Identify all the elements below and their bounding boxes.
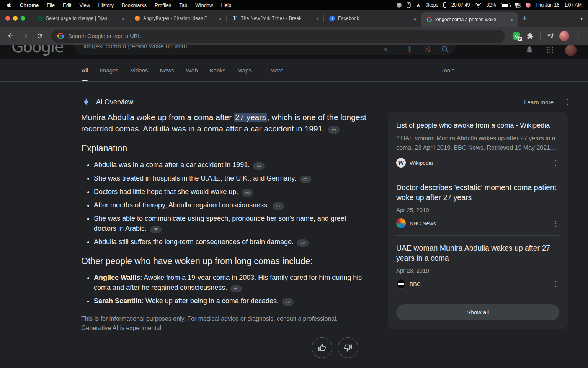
- mouse-icon[interactable]: [407, 2, 411, 8]
- menu-item-window[interactable]: Window: [195, 2, 213, 8]
- tab-title: Select page to change | Djan: [46, 16, 118, 21]
- source-title[interactable]: Doctor describes 'ecstatic' moment coma …: [396, 182, 559, 202]
- browser-menu-icon[interactable]: ⋮: [572, 30, 584, 42]
- close-window-button[interactable]: [5, 16, 10, 21]
- tab-close-icon[interactable]: ×: [510, 17, 514, 23]
- tab-maps[interactable]: Maps: [237, 59, 252, 81]
- citation-link-icon[interactable]: [150, 226, 162, 233]
- tab-web[interactable]: Web: [186, 59, 198, 81]
- address-bar[interactable]: Search Google or type a URL: [51, 30, 505, 43]
- extensions-puzzle-icon[interactable]: [524, 30, 536, 42]
- menu-item-view[interactable]: View: [79, 2, 90, 8]
- bullet-text: Abdulla was in a coma after a car accide…: [94, 161, 250, 169]
- status-date[interactable]: Thu Jan 16: [536, 2, 560, 8]
- browser-tab-django[interactable]: Select page to change | Djan ×: [32, 10, 129, 27]
- status-time[interactable]: 1:07 AM: [564, 2, 582, 8]
- tab-more[interactable]: ⋮ More: [263, 59, 283, 81]
- results-columns: Munira Abdulla woke up from a coma after…: [0, 112, 588, 358]
- angrypages-favicon: [135, 16, 140, 21]
- tab-close-icon[interactable]: ×: [121, 16, 126, 21]
- menu-bar-status: 0kbps 20:07:49 82% Thu Jan 16 1:07 AM: [397, 2, 582, 8]
- menu-item-edit[interactable]: Edit: [63, 2, 71, 8]
- more-label: More: [270, 67, 283, 74]
- nav-divider: [0, 81, 588, 82]
- maximize-window-button[interactable]: [21, 16, 25, 21]
- tab-all[interactable]: All: [82, 59, 88, 81]
- browser-tab-facebook[interactable]: f Facebook ×: [324, 10, 421, 27]
- nytimes-favicon: T: [232, 16, 238, 21]
- citation-link-icon[interactable]: [273, 202, 284, 210]
- tab-close-icon[interactable]: ×: [218, 16, 223, 21]
- menu-item-file[interactable]: File: [47, 2, 55, 8]
- show-all-button[interactable]: Show all: [396, 304, 559, 320]
- wifi-icon[interactable]: [475, 2, 482, 8]
- ai-overview-menu-icon[interactable]: ⋮: [564, 99, 571, 105]
- nbc-news-icon: [396, 219, 406, 228]
- source-title[interactable]: List of people who awoke from a coma - W…: [396, 121, 559, 130]
- menu-item-profiles[interactable]: Profiles: [155, 2, 171, 8]
- tab-videos[interactable]: Videos: [131, 59, 148, 81]
- media-controls-icon[interactable]: [544, 30, 557, 42]
- results-nav: All Images Videos News Web Books Maps ⋮ …: [0, 59, 588, 81]
- source-menu-icon[interactable]: ⋮: [552, 281, 559, 288]
- thumbs-down-button[interactable]: [338, 337, 358, 358]
- extension-grammarly-icon[interactable]: 2: [510, 30, 523, 42]
- minimize-window-button[interactable]: [13, 16, 18, 21]
- location-arrow-icon[interactable]: [416, 3, 421, 8]
- explanation-bullet: After months of therapy, Abdulla regaine…: [94, 200, 368, 210]
- menu-item-tab[interactable]: Tab: [179, 2, 187, 8]
- back-button[interactable]: [4, 30, 17, 43]
- tools-button[interactable]: Tools: [441, 59, 454, 81]
- source-row: BBC ⋮: [396, 279, 559, 289]
- citation-link-icon[interactable]: [300, 176, 311, 183]
- citation-link-icon[interactable]: [282, 298, 294, 306]
- profile-dot-icon[interactable]: [526, 3, 531, 8]
- source-menu-icon[interactable]: ⋮: [552, 220, 559, 227]
- menu-item-history[interactable]: History: [98, 2, 113, 8]
- menu-item-bookmarks[interactable]: Bookmarks: [122, 2, 147, 8]
- tab-books[interactable]: Books: [210, 59, 226, 81]
- new-tab-button[interactable]: +: [518, 10, 531, 27]
- bullet-text: Doctors had little hope that she would w…: [94, 188, 238, 196]
- battery-icon: [501, 3, 510, 7]
- menu-app-name[interactable]: Chrome: [20, 2, 39, 8]
- reload-button[interactable]: [33, 30, 46, 43]
- forward-button[interactable]: [18, 30, 31, 43]
- status-battery-percent: 82%: [487, 2, 496, 8]
- status-knob-icon[interactable]: [397, 3, 402, 8]
- citation-link-icon[interactable]: [253, 162, 265, 170]
- chrome-toolbar: Search Google or type a URL 2 ⋮: [0, 27, 588, 45]
- menu-item-help[interactable]: Help: [221, 2, 232, 8]
- citation-link-icon[interactable]: [328, 126, 340, 134]
- citation-link-icon[interactable]: [297, 239, 309, 247]
- tab-close-icon[interactable]: ×: [315, 16, 320, 21]
- timer-battery-icon: [443, 2, 446, 8]
- source-menu-icon[interactable]: ⋮: [552, 159, 559, 166]
- apple-menu-icon[interactable]: [6, 2, 12, 8]
- citation-link-icon[interactable]: [242, 189, 253, 197]
- source-name[interactable]: NBC News: [410, 220, 552, 227]
- tab-news[interactable]: News: [160, 59, 174, 81]
- others-bullet: Angilee Wallis: Awoke from a 19-year com…: [94, 273, 368, 292]
- control-center-icon[interactable]: [515, 3, 521, 8]
- tab-images[interactable]: Images: [100, 59, 119, 81]
- others-list: Angilee Wallis: Awoke from a 19-year com…: [81, 273, 368, 306]
- others-bullet: Sarah Scantlin: Woke up after being in a…: [94, 296, 368, 306]
- window-controls: [0, 10, 32, 27]
- browser-tab-active-search[interactable]: longest coma a person woke ×: [421, 12, 518, 27]
- browser-tab-nytimes[interactable]: T The New York Times - Breaki ×: [227, 10, 324, 27]
- browser-tab-angrypages[interactable]: AngryPages - Sharing Ideas F ×: [129, 10, 227, 27]
- tab-close-icon[interactable]: ×: [412, 16, 417, 21]
- tab-search-chevron-icon[interactable]: ▾: [575, 10, 588, 27]
- source-title[interactable]: UAE woman Munira Abdulla wakes up after …: [396, 243, 559, 263]
- explanation-bullet: She was treated in hospitals in the U.A.…: [94, 173, 368, 183]
- thumbs-up-button[interactable]: [312, 337, 332, 358]
- source-name[interactable]: Wikipedia: [410, 160, 552, 166]
- ai-overview-body: Munira Abdulla woke up from a coma after…: [81, 112, 368, 333]
- learn-more-link[interactable]: Learn more: [524, 99, 554, 105]
- profile-avatar[interactable]: [558, 30, 570, 42]
- tab-title: The New York Times - Breaki: [241, 16, 312, 21]
- card-divider: [396, 175, 559, 175]
- citation-link-icon[interactable]: [230, 285, 242, 292]
- source-name[interactable]: BBC: [410, 281, 552, 287]
